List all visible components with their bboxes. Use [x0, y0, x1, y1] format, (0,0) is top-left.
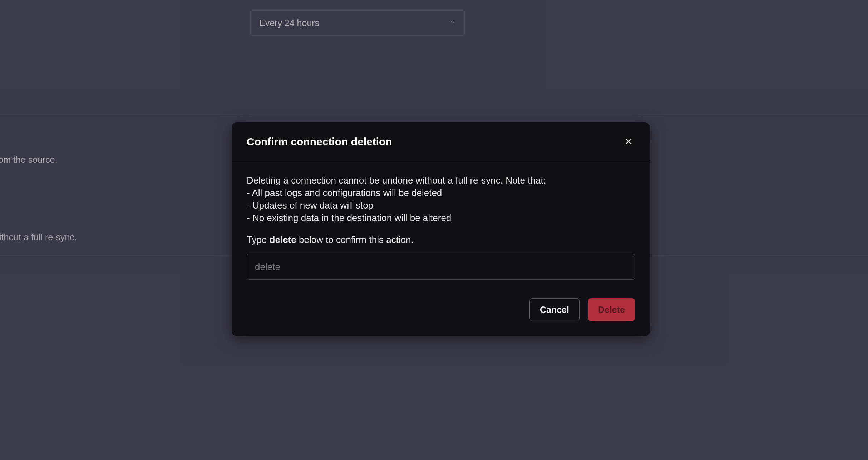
delete-button[interactable]: Delete	[588, 298, 635, 321]
description-bullet: - All past logs and configurations will …	[247, 187, 635, 199]
modal-title: Confirm connection deletion	[247, 136, 392, 148]
modal-footer: Cancel Delete	[247, 298, 635, 321]
confirm-keyword: delete	[270, 234, 296, 245]
close-button[interactable]	[622, 135, 635, 148]
confirm-input[interactable]	[247, 254, 635, 280]
modal-header: Confirm connection deletion	[232, 122, 650, 161]
cancel-button[interactable]: Cancel	[529, 298, 580, 321]
confirm-prefix: Type	[247, 234, 270, 245]
close-icon	[625, 138, 632, 146]
description-bullet: - No existing data in the destination wi…	[247, 212, 635, 224]
confirm-instruction: Type delete below to confirm this action…	[247, 234, 635, 245]
modal-body: Deleting a connection cannot be undone w…	[232, 161, 650, 336]
confirm-suffix: below to confirm this action.	[296, 234, 414, 245]
description-bullet: - Updates of new data will stop	[247, 199, 635, 212]
description-intro: Deleting a connection cannot be undone w…	[247, 174, 635, 187]
confirm-delete-modal: Confirm connection deletion Deleting a c…	[232, 122, 650, 336]
modal-description: Deleting a connection cannot be undone w…	[247, 174, 635, 224]
modal-overlay: Confirm connection deletion Deleting a c…	[0, 0, 868, 460]
